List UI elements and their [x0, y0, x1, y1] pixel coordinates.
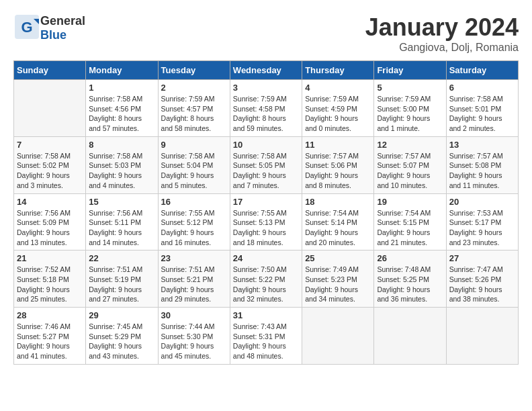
day-info: Sunrise: 7:54 AMSunset: 5:15 PMDaylight:…	[377, 208, 443, 248]
day-info: Sunrise: 7:48 AMSunset: 5:25 PMDaylight:…	[377, 265, 443, 304]
day-number: 6	[449, 83, 515, 93]
calendar-cell: 13Sunrise: 7:57 AMSunset: 5:08 PMDayligh…	[446, 136, 518, 193]
day-info: Sunrise: 7:50 AMSunset: 5:22 PMDaylight:…	[233, 265, 299, 304]
calendar-cell	[374, 308, 446, 365]
calendar-cell: 22Sunrise: 7:51 AMSunset: 5:19 PMDayligh…	[86, 250, 158, 308]
calendar-cell: 20Sunrise: 7:53 AMSunset: 5:17 PMDayligh…	[446, 193, 518, 250]
day-number: 5	[377, 83, 443, 93]
calendar-header-tuesday: Tuesday	[158, 61, 230, 80]
calendar-table: SundayMondayTuesdayWednesdayThursdayFrid…	[13, 60, 519, 365]
calendar-header-thursday: Thursday	[302, 61, 374, 80]
day-info: Sunrise: 7:58 AMSunset: 5:01 PMDaylight:…	[449, 94, 515, 134]
day-info: Sunrise: 7:58 AMSunset: 5:04 PMDaylight:…	[161, 151, 227, 191]
day-number: 18	[305, 197, 371, 207]
logo-blue: Blue	[40, 28, 66, 42]
calendar-cell: 4Sunrise: 7:59 AMSunset: 4:59 PMDaylight…	[302, 80, 374, 137]
calendar-cell: 10Sunrise: 7:58 AMSunset: 5:05 PMDayligh…	[230, 136, 302, 193]
day-number: 8	[89, 140, 154, 150]
day-number: 10	[233, 140, 299, 150]
day-number: 22	[89, 253, 154, 263]
calendar-cell: 26Sunrise: 7:48 AMSunset: 5:25 PMDayligh…	[374, 250, 446, 308]
day-info: Sunrise: 7:52 AMSunset: 5:18 PMDaylight:…	[17, 265, 83, 304]
calendar-week-4: 21Sunrise: 7:52 AMSunset: 5:18 PMDayligh…	[14, 250, 519, 308]
calendar-week-5: 28Sunrise: 7:46 AMSunset: 5:27 PMDayligh…	[14, 308, 519, 365]
day-number: 25	[305, 253, 371, 263]
calendar-header-wednesday: Wednesday	[230, 61, 302, 80]
calendar-cell: 2Sunrise: 7:59 AMSunset: 4:57 PMDaylight…	[158, 80, 230, 137]
calendar-cell: 27Sunrise: 7:47 AMSunset: 5:26 PMDayligh…	[446, 250, 518, 308]
calendar-cell: 5Sunrise: 7:59 AMSunset: 5:00 PMDaylight…	[374, 80, 446, 137]
day-number: 28	[17, 310, 83, 320]
day-number: 31	[233, 310, 299, 320]
day-info: Sunrise: 7:57 AMSunset: 5:06 PMDaylight:…	[305, 151, 371, 191]
calendar-cell: 6Sunrise: 7:58 AMSunset: 5:01 PMDaylight…	[446, 80, 518, 137]
day-number: 19	[377, 197, 443, 207]
calendar-cell: 30Sunrise: 7:44 AMSunset: 5:30 PMDayligh…	[158, 308, 230, 365]
calendar-week-2: 7Sunrise: 7:58 AMSunset: 5:02 PMDaylight…	[14, 136, 519, 193]
day-info: Sunrise: 7:58 AMSunset: 5:05 PMDaylight:…	[233, 151, 299, 191]
day-number: 21	[17, 253, 83, 263]
calendar-cell: 1Sunrise: 7:58 AMSunset: 4:56 PMDaylight…	[86, 80, 158, 137]
day-info: Sunrise: 7:51 AMSunset: 5:21 PMDaylight:…	[161, 265, 227, 304]
day-number: 2	[161, 83, 227, 93]
day-info: Sunrise: 7:53 AMSunset: 5:17 PMDaylight:…	[449, 208, 515, 248]
calendar-header-sunday: Sunday	[14, 61, 86, 80]
calendar-cell: 25Sunrise: 7:49 AMSunset: 5:23 PMDayligh…	[302, 250, 374, 308]
calendar-cell: 19Sunrise: 7:54 AMSunset: 5:15 PMDayligh…	[374, 193, 446, 250]
svg-text:G: G	[21, 19, 32, 36]
month-title: January 2024	[365, 13, 519, 42]
calendar-cell: 29Sunrise: 7:45 AMSunset: 5:29 PMDayligh…	[86, 308, 158, 365]
calendar-cell: 17Sunrise: 7:55 AMSunset: 5:13 PMDayligh…	[230, 193, 302, 250]
calendar-week-1: 1Sunrise: 7:58 AMSunset: 4:56 PMDaylight…	[14, 80, 519, 137]
day-info: Sunrise: 7:55 AMSunset: 5:12 PMDaylight:…	[161, 208, 227, 248]
day-info: Sunrise: 7:45 AMSunset: 5:29 PMDaylight:…	[89, 322, 154, 361]
day-number: 12	[377, 140, 443, 150]
calendar-cell: 14Sunrise: 7:56 AMSunset: 5:09 PMDayligh…	[14, 193, 86, 250]
day-number: 20	[449, 197, 515, 207]
logo-general: General	[40, 14, 85, 28]
day-info: Sunrise: 7:44 AMSunset: 5:30 PMDaylight:…	[161, 322, 227, 361]
calendar-header-saturday: Saturday	[446, 61, 518, 80]
calendar-cell: 3Sunrise: 7:59 AMSunset: 4:58 PMDaylight…	[230, 80, 302, 137]
day-info: Sunrise: 7:47 AMSunset: 5:26 PMDaylight:…	[449, 265, 515, 304]
calendar-header-friday: Friday	[374, 61, 446, 80]
day-number: 23	[161, 253, 227, 263]
day-info: Sunrise: 7:58 AMSunset: 4:56 PMDaylight:…	[89, 94, 154, 134]
day-number: 26	[377, 253, 443, 263]
day-number: 1	[89, 83, 154, 93]
day-info: Sunrise: 7:57 AMSunset: 5:08 PMDaylight:…	[449, 151, 515, 191]
day-number: 27	[449, 253, 515, 263]
day-number: 3	[233, 83, 299, 93]
calendar-cell: 31Sunrise: 7:43 AMSunset: 5:31 PMDayligh…	[230, 308, 302, 365]
day-info: Sunrise: 7:43 AMSunset: 5:31 PMDaylight:…	[233, 322, 299, 361]
page-header: G General Blue January 2024 Gangiova, Do…	[13, 13, 519, 54]
day-number: 24	[233, 253, 299, 263]
day-info: Sunrise: 7:59 AMSunset: 5:00 PMDaylight:…	[377, 94, 443, 134]
calendar-cell: 11Sunrise: 7:57 AMSunset: 5:06 PMDayligh…	[302, 136, 374, 193]
location-subtitle: Gangiova, Dolj, Romania	[365, 42, 519, 54]
calendar-cell: 21Sunrise: 7:52 AMSunset: 5:18 PMDayligh…	[14, 250, 86, 308]
calendar-cell: 24Sunrise: 7:50 AMSunset: 5:22 PMDayligh…	[230, 250, 302, 308]
day-number: 11	[305, 140, 371, 150]
day-number: 14	[17, 197, 83, 207]
day-info: Sunrise: 7:59 AMSunset: 4:57 PMDaylight:…	[161, 94, 227, 134]
day-number: 15	[89, 197, 154, 207]
day-number: 30	[161, 310, 227, 320]
day-info: Sunrise: 7:46 AMSunset: 5:27 PMDaylight:…	[17, 322, 83, 361]
calendar-cell	[302, 308, 374, 365]
day-number: 4	[305, 83, 371, 93]
logo-text: General Blue	[40, 14, 85, 42]
calendar-cell	[14, 80, 86, 137]
calendar-cell: 28Sunrise: 7:46 AMSunset: 5:27 PMDayligh…	[14, 308, 86, 365]
title-block: January 2024 Gangiova, Dolj, Romania	[365, 13, 519, 54]
day-info: Sunrise: 7:58 AMSunset: 5:02 PMDaylight:…	[17, 151, 83, 191]
day-info: Sunrise: 7:56 AMSunset: 5:11 PMDaylight:…	[89, 208, 154, 248]
calendar-header-monday: Monday	[86, 61, 158, 80]
logo-mark: G	[13, 13, 40, 43]
calendar-cell: 8Sunrise: 7:58 AMSunset: 5:03 PMDaylight…	[86, 136, 158, 193]
day-info: Sunrise: 7:58 AMSunset: 5:03 PMDaylight:…	[89, 151, 154, 191]
calendar-cell: 18Sunrise: 7:54 AMSunset: 5:14 PMDayligh…	[302, 193, 374, 250]
calendar-header-row: SundayMondayTuesdayWednesdayThursdayFrid…	[14, 61, 519, 80]
day-info: Sunrise: 7:57 AMSunset: 5:07 PMDaylight:…	[377, 151, 443, 191]
day-number: 29	[89, 310, 154, 320]
